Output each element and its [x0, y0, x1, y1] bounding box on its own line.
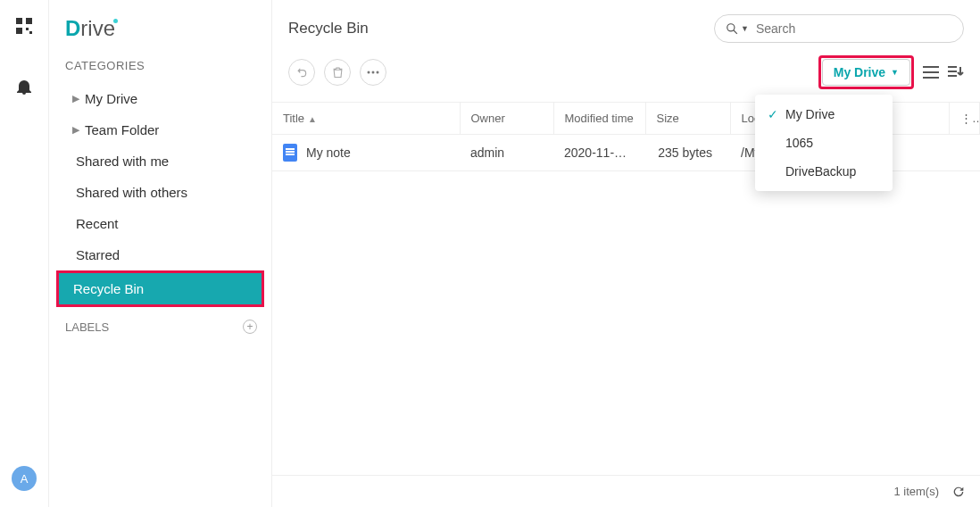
- sidebar-item-team-folder[interactable]: ▶Team Folder: [49, 114, 271, 145]
- col-title[interactable]: Title▲: [272, 103, 460, 135]
- more-actions-button[interactable]: [360, 59, 386, 86]
- sidebar-item-starred[interactable]: Starred: [49, 239, 271, 270]
- sort-icon: [948, 65, 964, 79]
- svg-rect-3: [26, 28, 29, 30]
- search-input[interactable]: [756, 21, 952, 36]
- undo-button[interactable]: [288, 59, 315, 86]
- trash-icon: [332, 66, 344, 79]
- chevron-down-icon: ▼: [891, 68, 899, 77]
- svg-rect-0: [16, 18, 22, 24]
- avatar-initial: A: [21, 472, 29, 486]
- sidebar-item-label: Starred: [76, 247, 120, 262]
- main: Recycle Bin ▼ My Drive ▼: [272, 0, 980, 507]
- categories-label: CATEGORIES: [49, 57, 271, 83]
- sort-asc-icon: ▲: [308, 114, 317, 124]
- dropdown-item-label: 1065: [785, 136, 813, 150]
- col-more[interactable]: ⋮: [950, 103, 980, 135]
- sidebar-item-label: Shared with me: [76, 154, 169, 169]
- caret-right-icon: ▶: [72, 124, 85, 136]
- svg-rect-15: [948, 75, 957, 77]
- search-box[interactable]: ▼: [714, 14, 964, 43]
- undo-icon: [295, 66, 308, 79]
- dropdown-item-label: My Drive: [785, 107, 835, 121]
- sidebar-item-recycle-bin[interactable]: Recycle Bin: [59, 273, 262, 304]
- caret-right-icon: ▶: [72, 93, 85, 104]
- cell-size: 235 bytes: [645, 135, 730, 171]
- svg-rect-14: [948, 71, 957, 72]
- sidebar: Drive CATEGORIES ▶My Drive ▶Team Folder …: [49, 0, 272, 507]
- svg-point-5: [727, 24, 735, 31]
- svg-rect-2: [16, 28, 22, 34]
- svg-rect-4: [29, 31, 32, 34]
- svg-rect-13: [948, 66, 957, 68]
- refresh-button[interactable]: [951, 485, 966, 499]
- sidebar-item-label: Recycle Bin: [73, 281, 144, 296]
- col-modified[interactable]: Modified time: [553, 103, 645, 135]
- labels-label: LABELS: [65, 320, 109, 334]
- refresh-icon: [951, 485, 966, 499]
- col-owner[interactable]: Owner: [460, 103, 553, 135]
- svg-point-9: [377, 71, 379, 74]
- col-size[interactable]: Size: [645, 103, 730, 135]
- page-title: Recycle Bin: [288, 20, 369, 37]
- sidebar-item-label: My Drive: [85, 91, 137, 106]
- svg-rect-1: [26, 18, 32, 24]
- apps-icon[interactable]: [16, 18, 32, 34]
- cell-modified: 2020-11-…: [553, 135, 645, 171]
- kebab-icon: ⋮: [960, 112, 980, 125]
- sort-button[interactable]: [948, 65, 964, 79]
- cell-owner: admin: [460, 135, 553, 171]
- svg-rect-10: [923, 66, 939, 68]
- bell-icon[interactable]: [17, 79, 31, 95]
- list-view-button[interactable]: [923, 66, 939, 79]
- dot-icon: [113, 19, 118, 23]
- list-icon: [923, 66, 939, 79]
- labels-row: LABELS +: [49, 307, 271, 343]
- drive-selector-button[interactable]: My Drive ▼: [822, 59, 910, 86]
- svg-rect-11: [923, 71, 939, 73]
- drive-selector-dropdown: ✓ My Drive 1065 DriveBackup: [755, 95, 893, 191]
- dropdown-item-label: DriveBackup: [785, 164, 856, 179]
- logo: Drive: [49, 16, 271, 57]
- svg-rect-12: [923, 77, 939, 79]
- sidebar-item-my-drive[interactable]: ▶My Drive: [49, 83, 271, 114]
- document-icon: [283, 144, 297, 162]
- drive-selector-highlight: My Drive ▼: [818, 55, 914, 89]
- svg-point-7: [368, 71, 370, 74]
- chevron-down-icon[interactable]: ▼: [741, 24, 749, 33]
- add-label-button[interactable]: +: [243, 320, 257, 334]
- dropdown-item-my-drive[interactable]: ✓ My Drive: [755, 100, 893, 129]
- sidebar-item-shared-with-others[interactable]: Shared with others: [49, 177, 271, 208]
- footer: 1 item(s): [272, 475, 980, 507]
- toolbar: My Drive ▼ ✓ My Drive: [272, 52, 980, 102]
- search-icon: [726, 22, 738, 35]
- sidebar-item-label: Shared with others: [76, 185, 187, 200]
- cell-title: My note: [306, 145, 351, 160]
- delete-button[interactable]: [324, 59, 351, 86]
- drive-selector-label: My Drive: [834, 65, 885, 79]
- selection-highlight: Recycle Bin: [56, 270, 264, 307]
- ellipsis-icon: [367, 71, 379, 74]
- avatar[interactable]: A: [12, 466, 37, 491]
- sidebar-item-label: Recent: [76, 216, 119, 231]
- sidebar-item-shared-with-me[interactable]: Shared with me: [49, 145, 271, 177]
- check-icon: ✓: [768, 107, 785, 121]
- dropdown-item-drivebackup[interactable]: DriveBackup: [755, 157, 893, 186]
- sidebar-item-recent[interactable]: Recent: [49, 208, 271, 239]
- svg-point-8: [372, 71, 375, 74]
- sidebar-item-label: Team Folder: [85, 122, 159, 137]
- svg-line-6: [734, 30, 737, 34]
- item-count: 1 item(s): [893, 485, 939, 498]
- header-row: Recycle Bin ▼: [272, 0, 980, 52]
- app-rail: A: [0, 0, 49, 507]
- dropdown-item-1065[interactable]: 1065: [755, 129, 893, 157]
